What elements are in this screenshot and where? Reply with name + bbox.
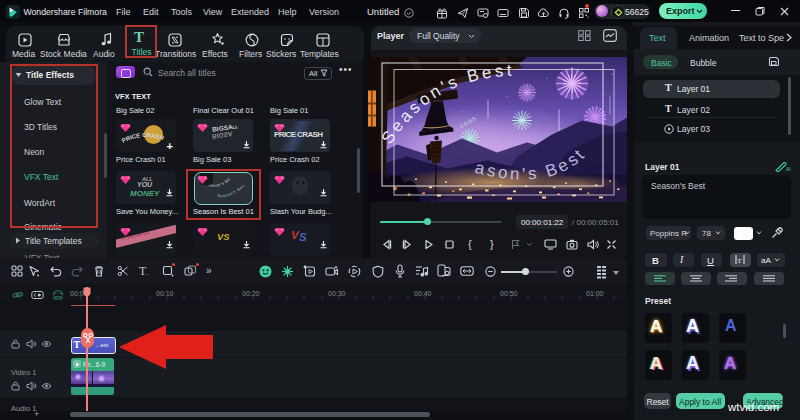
svg-text:PRICE CRASH: PRICE CRASH [121, 132, 165, 144]
svg-text:AI: AI [786, 166, 791, 172]
svg-text:T: T [737, 257, 742, 265]
